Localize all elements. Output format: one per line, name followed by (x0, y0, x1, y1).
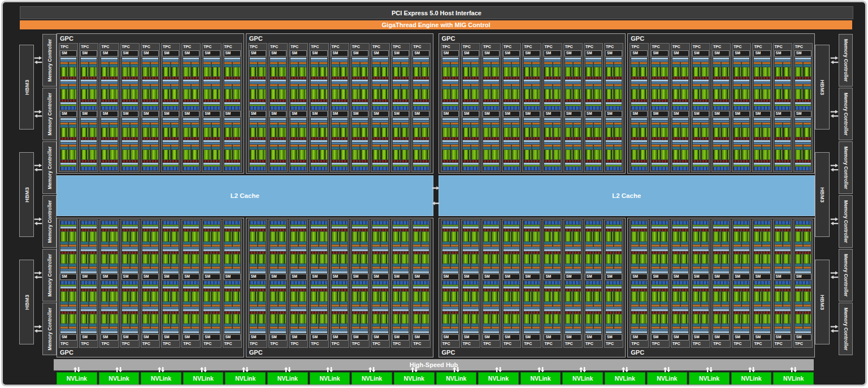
scheduler-cache-bar (631, 120, 647, 122)
sm-label: SM (203, 50, 220, 57)
l1-instruction-cache-bar (606, 80, 622, 81)
tensor-core-bar (661, 77, 668, 79)
scheduler-cache-bar (713, 60, 729, 62)
dispatch-bar (451, 264, 458, 266)
memory-controller: Memory Controller (42, 141, 57, 194)
scheduler-bar (693, 266, 700, 268)
gpc-box: GPCTPCSMSMTPCSMSMTPCSMSMTPCSMSMTPCSMSMTP… (439, 33, 626, 174)
scheduler-bar (393, 62, 400, 64)
processing-block-row (442, 62, 458, 79)
scheduler-bar (804, 305, 811, 307)
scheduler-bar (795, 145, 802, 146)
scheduler-bar (203, 305, 211, 307)
tensor-core-bar (754, 137, 761, 140)
tensor-core-bar (574, 229, 581, 231)
processing-block (361, 123, 368, 140)
processing-block (585, 62, 593, 79)
sm-fabric (462, 281, 479, 334)
scheduler-cache-bar (332, 247, 348, 248)
tpc-label: TPC (413, 44, 429, 50)
dispatch-bar (742, 64, 749, 67)
core-array (101, 150, 108, 159)
tpc-column: TPCSMSM (773, 43, 792, 172)
l1-instruction-cache-bar (754, 249, 770, 251)
gigathread-engine-label: GigaThread Engine with MIG Control (382, 21, 491, 28)
l1-instruction-cache-bar (393, 249, 409, 251)
scheduler-bar (640, 305, 647, 307)
shared-memory-bar (606, 221, 622, 225)
scheduler-bar (151, 305, 158, 307)
scheduler-cache-bar (734, 329, 749, 331)
sm-label: SM (101, 274, 118, 280)
shared-memory-bar (504, 167, 519, 170)
scheduler-bar (463, 327, 470, 329)
scheduler-cache-bar (754, 269, 770, 270)
texture-unit-bar (183, 165, 199, 166)
scheduler-cache-bar (352, 329, 368, 331)
l1-instruction-cache-bar (224, 140, 240, 142)
scheduler-bar (381, 123, 388, 124)
l1-data-cache-bar (250, 227, 266, 229)
sm-label: SM (605, 334, 622, 340)
texture-unit-bar (332, 165, 348, 166)
processing-block (212, 84, 219, 101)
core-array (652, 89, 659, 98)
sm-fabric (503, 281, 520, 334)
processing-block (81, 84, 88, 101)
processing-block (142, 145, 150, 162)
processing-block (795, 289, 802, 306)
processing-block-row (565, 251, 581, 268)
core-array (163, 128, 170, 137)
l1-instruction-cache-bar (101, 140, 117, 142)
core-array (393, 292, 400, 301)
tpc-row: TPCSMSMTPCSMSMTPCSMSMTPCSMSMTPCSMSMTPCSM… (248, 42, 431, 173)
processing-block (783, 229, 791, 246)
processing-block-row (463, 145, 479, 162)
tensor-core-bar (81, 77, 88, 79)
scheduler-cache-bar (504, 143, 519, 144)
l1-data-cache-bar (606, 287, 622, 288)
l1-instruction-cache-bar (544, 249, 560, 251)
tpc-column: SMSMTPC (563, 219, 583, 348)
processing-block (101, 123, 108, 140)
scheduler-cache-bar (270, 307, 286, 309)
dispatch-bar (332, 324, 339, 326)
tensor-core-bar (640, 312, 647, 314)
dispatch-bar (151, 264, 158, 266)
nvlink-label: NVLink (151, 375, 171, 382)
texture-unit-bar (290, 225, 306, 226)
tpc-row: SMSMTPCSMSMTPCSMSMTPCSMSMTPCSMSMTPCSMSMT… (441, 219, 624, 349)
l1-instruction-cache-bar (565, 249, 581, 251)
high-speed-hub-bar: High-Speed Hub (54, 359, 814, 370)
core-array (442, 67, 450, 76)
scheduler-cache-bar (544, 120, 560, 122)
dispatch-bar (89, 64, 97, 67)
scheduler-cache-bar (311, 120, 327, 122)
tensor-core-bar (451, 251, 458, 253)
dispatch-bar (606, 64, 613, 67)
core-array (565, 150, 572, 159)
scheduler-bar (319, 305, 327, 307)
core-array (340, 314, 348, 324)
dispatch-bar (693, 64, 700, 67)
processing-block (60, 229, 68, 246)
dispatch-bar (672, 264, 680, 266)
scheduler-bar (381, 327, 388, 329)
scheduler-bar (762, 84, 770, 86)
processing-block-row (224, 312, 240, 329)
core-array (60, 150, 68, 159)
scheduler-cache-bar (585, 329, 601, 331)
shared-memory-bar (693, 221, 709, 225)
scheduler-cache-bar (224, 143, 240, 144)
scheduler-bar (372, 305, 380, 307)
tensor-core-bar (250, 100, 257, 102)
dispatch-bar (532, 87, 540, 89)
core-array (504, 314, 511, 324)
dispatch-bar (183, 87, 190, 89)
core-array (69, 292, 76, 301)
shared-memory-bar (224, 106, 240, 110)
tensor-core-bar (372, 289, 380, 291)
scheduler-cache-bar (585, 247, 601, 248)
shared-memory-bar (734, 167, 749, 170)
core-array (463, 292, 470, 301)
